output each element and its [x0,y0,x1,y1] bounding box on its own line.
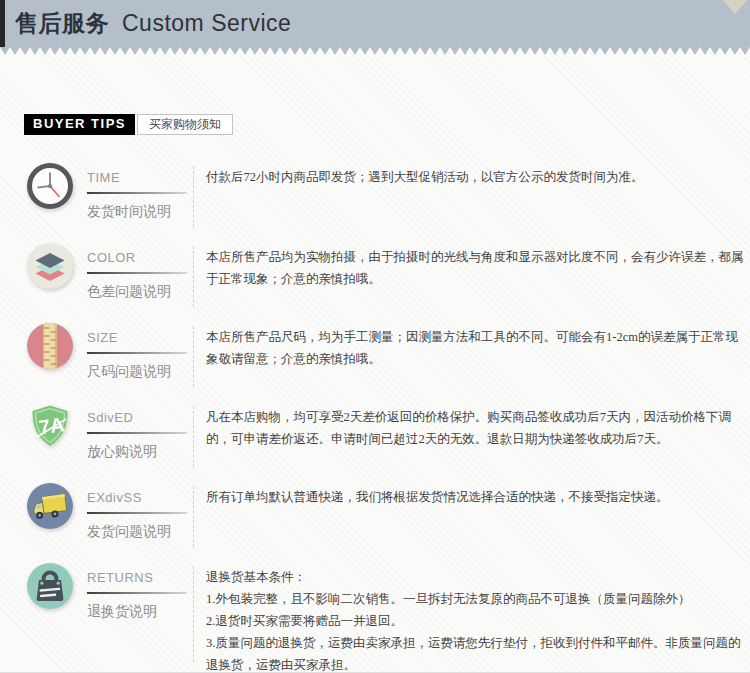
label-underline [87,592,187,594]
dashed-divider [193,406,194,467]
buyer-tips-badge: BUYER TIPS [24,114,135,135]
clock-icon [27,163,73,209]
label-underline [87,192,187,194]
row-labels: COLOR 色差问题说明 [87,241,187,321]
row-description: 付款后72小时内商品即发货；遇到大型促销活动，以官方公示的发货时间为准。 [206,161,750,241]
row-label-zh: 发货问题说明 [87,523,187,541]
label-underline [87,512,187,514]
row-labels: SdivED 放心购说明 [87,401,187,481]
dashed-divider [193,566,194,662]
buyer-tips: BUYER TIPS 买家购物须知 [24,114,233,135]
service-row-time: TIME 发货时间说明 付款后72小时内商品即发货；遇到大型促销活动，以官方公示… [0,161,750,241]
row-labels: RETURNS 退换货说明 [87,561,187,673]
row-label-en: COLOR [87,250,187,265]
row-description: 所有订单均默认普通快递，我们将根据发货情况选择合适的快递，不接受指定快递。 [206,481,750,561]
row-label-en: RETURNS [87,570,187,585]
page-title-en: Custom Service [122,10,291,37]
row-label-zh: 发货时间说明 [87,203,187,221]
section-header: 售后服务 Custom Service [0,0,750,47]
label-underline [87,432,187,434]
bag-icon [27,563,73,609]
row-label-en: SIZE [87,330,187,345]
dashed-divider [193,326,194,387]
row-label-zh: 色差问题说明 [87,283,187,301]
zigzag-edge-decoration [0,47,750,55]
row-label-en: EXdivSS [87,490,187,505]
buyer-tips-label: 买家购物须知 [137,114,233,135]
layers-icon [27,243,73,289]
dashed-divider [193,166,194,227]
service-row-size: SIZE 尺码问题说明 本店所售产品尺码，均为手工测量；因测量方法和工具的不同。… [0,321,750,401]
service-row-returns: RETURNS 退换货说明 退换货基本条件： 1.外包装完整，且不影响二次销售。… [0,561,750,673]
header-left-strip [0,0,5,47]
page-title-zh: 售后服务 [15,8,109,39]
dashed-divider [193,246,194,307]
label-underline [87,272,187,274]
row-label-zh: 退换货说明 [87,603,187,621]
row-labels: EXdivSS 发货问题说明 [87,481,187,561]
after-sales-service-panel: 售后服务 Custom Service BUYER TIPS 买家购物须知 [0,0,750,673]
label-underline [87,352,187,354]
row-label-zh: 尺码问题说明 [87,363,187,381]
service-row-sdived: 7A SdivED 放心购说明 凡在本店购物，均可享受2天差价返回的价格保护。购… [0,401,750,481]
row-labels: TIME 发货时间说明 [87,161,187,241]
corner-triangle-decoration [723,0,747,14]
row-label-zh: 放心购说明 [87,443,187,461]
row-description: 本店所售产品均为实物拍摄，由于拍摄时的光线与角度和显示器对比度不同，会有少许误差… [206,241,750,321]
service-row-exdivss: EXdivSS 发货问题说明 所有订单均默认普通快递，我们将根据发货情况选择合适… [0,481,750,561]
svg-text:7A: 7A [38,413,66,438]
service-row-color: COLOR 色差问题说明 本店所售产品均为实物拍摄，由于拍摄时的光线与角度和显示… [0,241,750,321]
row-labels: SIZE 尺码问题说明 [87,321,187,401]
row-description: 退换货基本条件： 1.外包装完整，且不影响二次销售。一旦拆封无法复原的商品不可退… [206,561,750,673]
shield-icon: 7A [27,403,73,449]
row-label-en: TIME [87,170,187,185]
ruler-icon [27,323,73,369]
dashed-divider [193,486,194,547]
truck-icon [27,483,73,529]
row-label-en: SdivED [87,410,187,425]
row-description: 本店所售产品尺码，均为手工测量；因测量方法和工具的不同。可能会有1-2cm的误差… [206,321,750,401]
row-description: 凡在本店购物，均可享受2天差价返回的价格保护。购买商品签收成功后7天内，因活动价… [206,401,750,481]
service-rows: TIME 发货时间说明 付款后72小时内商品即发货；遇到大型促销活动，以官方公示… [0,161,750,673]
page-title: 售后服务 Custom Service [15,0,291,47]
